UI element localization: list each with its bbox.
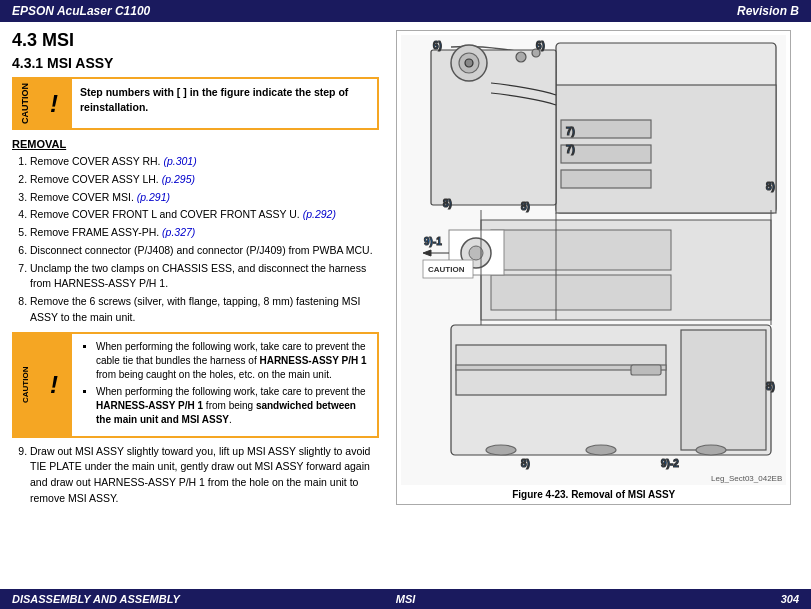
step-4-link[interactable]: (p.292) bbox=[303, 208, 336, 220]
caution-box-top: CAUTION ! Step numbers with [ ] in the f… bbox=[12, 77, 379, 130]
svg-text:8): 8) bbox=[766, 181, 775, 192]
caution-box-mid: CAUTION ! When performing the following … bbox=[12, 332, 379, 438]
step-1: Remove COVER ASSY RH. (p.301) bbox=[30, 154, 379, 170]
caution-exclamation-icon: ! bbox=[50, 90, 58, 118]
svg-point-25 bbox=[586, 445, 616, 455]
step-6: Disconnect connector (P/J408) and connec… bbox=[30, 243, 379, 259]
svg-point-26 bbox=[696, 445, 726, 455]
header-right: Revision B bbox=[737, 4, 799, 18]
svg-rect-22 bbox=[631, 365, 661, 375]
step-9: Draw out MSI ASSY slightly toward you, l… bbox=[30, 444, 379, 507]
svg-text:8): 8) bbox=[521, 201, 530, 212]
step-7-text: Unclamp the two clamps on CHASSIS ESS, a… bbox=[30, 262, 366, 290]
svg-rect-31 bbox=[491, 230, 671, 270]
step-4: Remove COVER FRONT L and COVER FRONT ASS… bbox=[30, 207, 379, 223]
svg-rect-5 bbox=[561, 170, 651, 188]
svg-text:9)-2: 9)-2 bbox=[661, 458, 679, 469]
svg-text:8): 8) bbox=[521, 458, 530, 469]
subsection-title: 4.3.1 MSI ASSY bbox=[12, 55, 379, 71]
step-2: Remove COVER ASSY LH. (p.295) bbox=[30, 172, 379, 188]
svg-rect-6 bbox=[431, 50, 556, 205]
step-2-text: Remove COVER ASSY LH. bbox=[30, 173, 162, 185]
caution-text-top: Step numbers with [ ] in the figure indi… bbox=[72, 79, 377, 128]
printer-diagram-svg: 6) 6) 7) 7) 8) 8) 8) bbox=[401, 35, 786, 485]
svg-point-10 bbox=[516, 52, 526, 62]
step-7: Unclamp the two clamps on CHASSIS ESS, a… bbox=[30, 261, 379, 293]
step-3-link[interactable]: (p.291) bbox=[137, 191, 170, 203]
svg-text:8): 8) bbox=[443, 198, 452, 209]
fig-caution-group: CAUTION bbox=[423, 260, 473, 278]
page-header: EPSON AcuLaser C1100 Revision B bbox=[0, 0, 811, 22]
caution-bullet-1: When performing the following work, take… bbox=[96, 340, 369, 382]
section-title: 4.3 MSI bbox=[12, 30, 379, 51]
leg-text: Leg_Sect03_042EB bbox=[711, 474, 782, 483]
svg-text:7): 7) bbox=[566, 144, 575, 155]
svg-rect-32 bbox=[491, 275, 671, 310]
right-column: 6) 6) 7) 7) 8) 8) 8) bbox=[389, 30, 799, 575]
step-1-link[interactable]: (p.301) bbox=[163, 155, 196, 167]
step-list: Remove COVER ASSY RH. (p.301) Remove COV… bbox=[12, 154, 379, 326]
step-8-text: Remove the 6 screws (silver, with flange… bbox=[30, 295, 360, 323]
svg-text:9)-1: 9)-1 bbox=[424, 236, 442, 247]
step-5-text: Remove FRAME ASSY-PH. bbox=[30, 226, 162, 238]
caution-exclamation-mid-icon: ! bbox=[50, 371, 58, 399]
caution-text-bold: Step numbers with [ ] in the figure indi… bbox=[80, 86, 348, 113]
step-5: Remove FRAME ASSY-PH. (p.327) bbox=[30, 225, 379, 241]
caution-label-mid: CAUTION bbox=[14, 334, 36, 436]
svg-point-24 bbox=[486, 445, 516, 455]
figure-container: 6) 6) 7) 7) 8) 8) 8) bbox=[396, 30, 791, 505]
step-4-text: Remove COVER FRONT L and COVER FRONT ASS… bbox=[30, 208, 303, 220]
caution-bullet-list: When performing the following work, take… bbox=[80, 340, 369, 427]
svg-text:8): 8) bbox=[766, 381, 775, 392]
removal-heading: REMOVAL bbox=[12, 138, 379, 150]
step-3-text: Remove COVER MSI. bbox=[30, 191, 137, 203]
svg-text:CAUTION: CAUTION bbox=[428, 265, 465, 274]
step-3: Remove COVER MSI. (p.291) bbox=[30, 190, 379, 206]
left-column: 4.3 MSI 4.3.1 MSI ASSY CAUTION ! Step nu… bbox=[12, 30, 389, 575]
footer-center: MSI bbox=[396, 593, 416, 605]
step-9-text: Draw out MSI ASSY slightly toward you, l… bbox=[30, 445, 370, 504]
caution-label-top: CAUTION bbox=[14, 79, 36, 128]
caution-bullet-2: When performing the following work, take… bbox=[96, 385, 369, 427]
svg-text:6): 6) bbox=[536, 40, 545, 51]
step-5-link[interactable]: (p.327) bbox=[162, 226, 195, 238]
step-1-text: Remove COVER ASSY RH. bbox=[30, 155, 163, 167]
caution-text-mid: When performing the following work, take… bbox=[72, 334, 377, 436]
step-2-link[interactable]: (p.295) bbox=[162, 173, 195, 185]
caution-icon-mid: ! bbox=[36, 334, 72, 436]
header-left: EPSON AcuLaser C1100 bbox=[12, 4, 150, 18]
main-content: 4.3 MSI 4.3.1 MSI ASSY CAUTION ! Step nu… bbox=[0, 22, 811, 583]
page-footer: DISASSEMBLY AND ASSEMBLY MSI 304 bbox=[0, 589, 811, 609]
figure-caption: Figure 4-23. Removal of MSI ASSY bbox=[401, 489, 786, 500]
footer-left: DISASSEMBLY AND ASSEMBLY bbox=[12, 593, 180, 605]
step-6-text: Disconnect connector (P/J408) and connec… bbox=[30, 244, 373, 256]
caution-icon-top: ! bbox=[36, 79, 72, 128]
svg-point-9 bbox=[465, 59, 473, 67]
step-8: Remove the 6 screws (silver, with flange… bbox=[30, 294, 379, 326]
footer-right: 304 bbox=[781, 593, 799, 605]
step-list-9: Draw out MSI ASSY slightly toward you, l… bbox=[12, 444, 379, 507]
svg-text:7): 7) bbox=[566, 126, 575, 137]
figure-image: 6) 6) 7) 7) 8) 8) 8) bbox=[401, 35, 786, 485]
svg-text:6): 6) bbox=[433, 40, 442, 51]
svg-rect-23 bbox=[681, 330, 766, 450]
